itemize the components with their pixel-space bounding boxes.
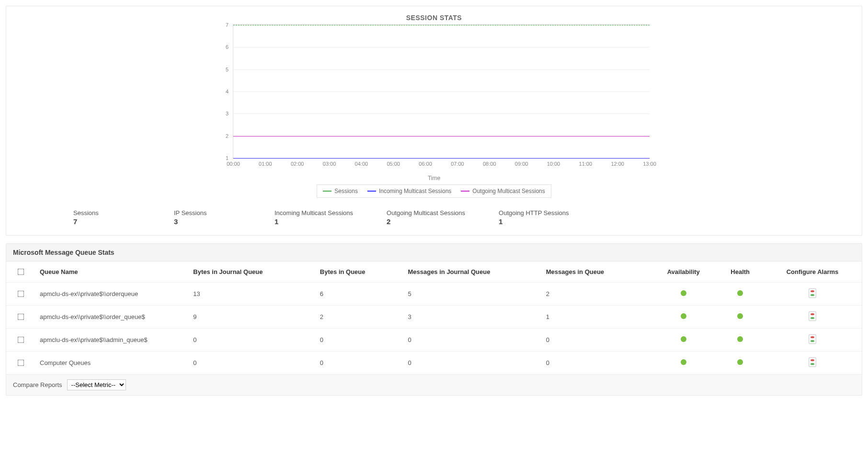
y-tick: 4: [226, 89, 228, 94]
health-status-icon: [737, 290, 743, 296]
x-tick: 03:00: [323, 161, 336, 167]
availability-status-icon: [681, 313, 686, 319]
table-row: Computer Queues0000: [6, 352, 862, 375]
x-tick: 13:00: [643, 161, 656, 167]
legend-outgoing[interactable]: Outgoing Multicast Sessions: [461, 188, 545, 194]
summary-stat: Outgoing HTTP Sessions1: [499, 209, 569, 226]
cell-queue-name[interactable]: apmclu-ds-ex\\private$\\orderqueue: [35, 283, 188, 306]
availability-status-icon: [681, 359, 686, 365]
series-line: [233, 136, 650, 137]
stat-label: Incoming Multicast Sessions: [274, 209, 353, 216]
x-tick: 02:00: [291, 161, 304, 167]
stat-value: 3: [174, 217, 241, 226]
y-tick: 7: [226, 22, 228, 28]
compare-reports-label: Compare Reports: [13, 381, 62, 388]
availability-status-icon: [681, 336, 686, 342]
session-stats-chart[interactable]: 123456700:0001:0002:0003:0004:0005:0006:…: [218, 24, 650, 173]
cell-msgs-queue: 0: [541, 329, 650, 352]
row-checkbox[interactable]: [18, 360, 24, 366]
table-row: apmclu-ds-ex\\private$\\admin_queue$0000: [6, 329, 862, 352]
cell-queue-name[interactable]: Computer Queues: [35, 352, 188, 375]
cell-bytes-queue: 2: [315, 306, 403, 329]
table-row: apmclu-ds-ex\\private$\\order_queue$9231: [6, 306, 862, 329]
y-tick: 2: [226, 133, 228, 139]
cell-msgs-journal: 5: [403, 283, 541, 306]
x-tick: 06:00: [419, 161, 432, 167]
y-tick: 3: [226, 111, 228, 116]
cell-msgs-queue: 2: [541, 283, 650, 306]
row-checkbox[interactable]: [18, 314, 24, 320]
x-tick: 08:00: [483, 161, 496, 167]
cell-msgs-queue: 0: [541, 352, 650, 375]
cell-queue-name[interactable]: apmclu-ds-ex\\private$\\order_queue$: [35, 306, 188, 329]
cell-msgs-queue: 1: [541, 306, 650, 329]
queue-stats-panel: Microsoft Message Queue Stats Queue Name…: [6, 243, 862, 396]
swatch-icon: [367, 191, 376, 192]
stat-value: 1: [274, 217, 353, 226]
session-stats-card: SESSION STATS 123456700:0001:0002:0003:0…: [6, 6, 862, 236]
cell-bytes-journal: 13: [188, 283, 315, 306]
session-summary: Sessions7IP Sessions3Incoming Multicast …: [6, 205, 862, 235]
legend-incoming[interactable]: Incoming Multicast Sessions: [367, 188, 451, 194]
select-all-checkbox[interactable]: [18, 269, 24, 275]
row-checkbox[interactable]: [18, 337, 24, 343]
x-tick: 05:00: [387, 161, 400, 167]
stat-label: Outgoing HTTP Sessions: [499, 209, 569, 216]
compare-reports-select[interactable]: --Select Metric--: [67, 379, 126, 390]
health-status-icon: [737, 313, 743, 319]
table-row: apmclu-ds-ex\\private$\\orderqueue13652: [6, 283, 862, 306]
col-bytes-journal[interactable]: Bytes in Journal Queue: [188, 262, 315, 283]
cell-bytes-journal: 0: [188, 352, 315, 375]
queue-table: Queue Name Bytes in Journal Queue Bytes …: [6, 262, 862, 374]
cell-bytes-journal: 9: [188, 306, 315, 329]
table-header-row: Queue Name Bytes in Journal Queue Bytes …: [6, 262, 862, 283]
row-checkbox[interactable]: [18, 291, 24, 297]
cell-msgs-journal: 3: [403, 306, 541, 329]
configure-alarm-icon[interactable]: [809, 357, 816, 367]
panel-title: Microsoft Message Queue Stats: [6, 244, 862, 262]
legend-sessions[interactable]: Sessions: [323, 188, 358, 194]
chart-xlabel: Time: [6, 175, 862, 182]
cell-bytes-journal: 0: [188, 329, 315, 352]
stat-label: Outgoing Multicast Sessions: [387, 209, 465, 216]
health-status-icon: [737, 359, 743, 365]
y-tick: 6: [226, 44, 228, 50]
col-msgs-queue[interactable]: Messages in Queue: [541, 262, 650, 283]
compare-reports-row: Compare Reports --Select Metric--: [6, 374, 862, 395]
series-line: [233, 158, 650, 159]
chart-title: SESSION STATS: [6, 6, 862, 24]
x-tick: 04:00: [355, 161, 368, 167]
configure-alarm-icon[interactable]: [809, 311, 816, 321]
x-tick: 10:00: [547, 161, 560, 167]
col-configure-alarms[interactable]: Configure Alarms: [763, 262, 862, 283]
x-tick: 09:00: [515, 161, 528, 167]
cell-bytes-queue: 0: [315, 329, 403, 352]
swatch-icon: [323, 191, 331, 192]
cell-bytes-queue: 6: [315, 283, 403, 306]
availability-status-icon: [681, 290, 686, 296]
x-tick: 00:00: [227, 161, 240, 167]
chart-legend: Sessions Incoming Multicast Sessions Out…: [317, 184, 551, 198]
col-availability[interactable]: Availability: [650, 262, 717, 283]
health-status-icon: [737, 336, 743, 342]
stat-label: IP Sessions: [174, 209, 241, 216]
x-tick: 12:00: [611, 161, 624, 167]
y-tick: 1: [226, 155, 228, 161]
x-tick: 07:00: [451, 161, 464, 167]
cell-queue-name[interactable]: apmclu-ds-ex\\private$\\admin_queue$: [35, 329, 188, 352]
col-bytes-queue[interactable]: Bytes in Queue: [315, 262, 403, 283]
cell-bytes-queue: 0: [315, 352, 403, 375]
stat-label: Sessions: [73, 209, 140, 216]
col-msgs-journal[interactable]: Messages in Journal Queue: [403, 262, 541, 283]
swatch-icon: [461, 191, 469, 192]
configure-alarm-icon[interactable]: [809, 334, 816, 344]
col-health[interactable]: Health: [717, 262, 763, 283]
stat-value: 7: [73, 217, 140, 226]
col-queue-name[interactable]: Queue Name: [35, 262, 188, 283]
cell-msgs-journal: 0: [403, 329, 541, 352]
summary-stat: Outgoing Multicast Sessions2: [387, 209, 465, 226]
configure-alarm-icon[interactable]: [809, 288, 816, 298]
stat-value: 2: [387, 217, 465, 226]
series-line: [233, 25, 650, 25]
stat-value: 1: [499, 217, 569, 226]
